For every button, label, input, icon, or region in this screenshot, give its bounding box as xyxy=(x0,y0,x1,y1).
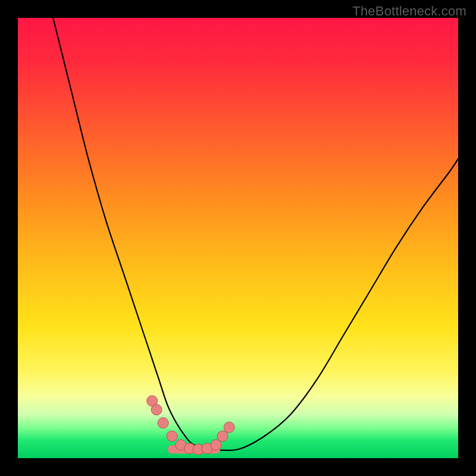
marker-dot xyxy=(167,431,177,441)
marker-dot xyxy=(224,422,234,433)
marker-group xyxy=(147,396,235,455)
bottleneck-curve xyxy=(53,18,458,450)
marker-dot xyxy=(158,418,168,428)
watermark-text: TheBottleneck.com xyxy=(352,4,466,19)
plot-area xyxy=(18,18,458,458)
chart-svg xyxy=(18,18,458,458)
marker-dot xyxy=(151,405,162,415)
marker-dot xyxy=(217,431,228,441)
marker-dot xyxy=(211,440,221,450)
chart-frame: TheBottleneck.com xyxy=(0,0,476,476)
